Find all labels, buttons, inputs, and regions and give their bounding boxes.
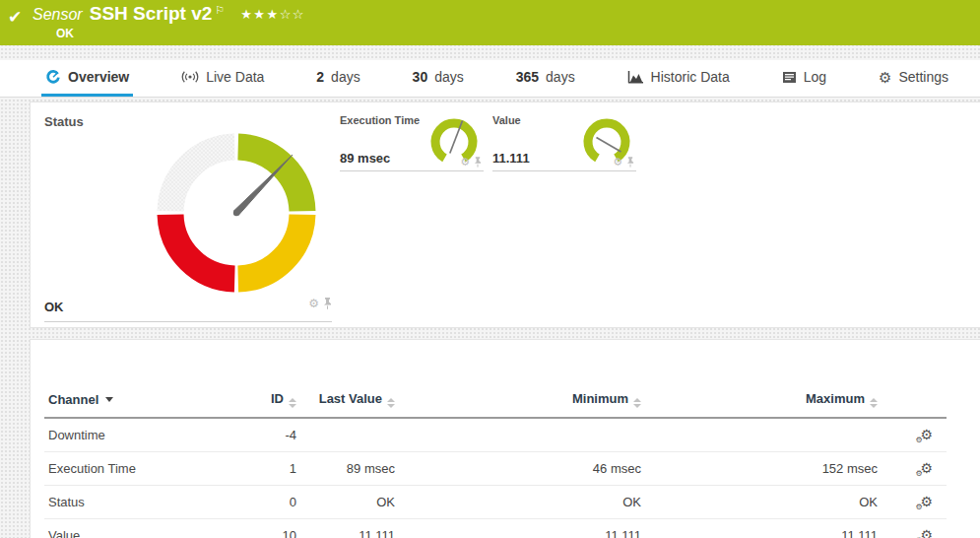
tab-2-days[interactable]: 2days [312, 60, 363, 97]
channel-name: Value [44, 519, 241, 538]
gauge-icon [45, 69, 61, 85]
sort-toggle-icon[interactable] [387, 398, 395, 408]
chart-icon [627, 70, 644, 84]
sort-toggle-icon[interactable] [633, 398, 641, 408]
tab-365-days[interactable]: 365days [512, 60, 579, 97]
channel-settings-cell: ⚙⚙ [882, 452, 947, 486]
column-label: Channel [48, 392, 98, 407]
gauge-settings-gear-icon[interactable]: ⚙ [308, 298, 319, 309]
status-check-icon: ✔ [8, 7, 30, 28]
column-label: Minimum [572, 391, 628, 406]
channel-settings-cell: ⚙⚙ [882, 486, 947, 519]
column-header-maximum[interactable]: Maximum [645, 381, 882, 418]
overview-gauges-panel: Status OK ⚙ Execution Time 89 msec [30, 101, 980, 328]
tab-live-data[interactable]: Live Data [177, 60, 268, 97]
gauge-pin-icon[interactable] [323, 298, 332, 309]
channel-table-header-row: ChannelIDLast ValueMinimumMaximum [44, 381, 947, 418]
gauge-segment-down [170, 215, 234, 279]
channel-table: ChannelIDLast ValueMinimumMaximum Downti… [44, 381, 947, 538]
tab-label: Log [804, 69, 826, 85]
tab-number: 30 [413, 69, 428, 85]
status-gauge [142, 118, 331, 307]
channel-row-execution-time[interactable]: Execution Time189 msec46 msec152 msec⚙⚙ [44, 452, 947, 486]
channel-name: Status [44, 486, 241, 519]
column-header-last-value[interactable]: Last Value [300, 381, 399, 418]
column-label: Maximum [806, 391, 865, 406]
priority-flag-icon[interactable]: ⚐ [215, 4, 225, 17]
channel-row-value[interactable]: Value1011.11111.11111.111⚙⚙ [44, 519, 947, 538]
priority-stars[interactable]: ★★★☆☆ [240, 7, 305, 22]
object-type-label: Sensor [33, 6, 83, 24]
channel-settings-gears-icon[interactable]: ⚙⚙ [920, 428, 933, 442]
channel-row-downtime[interactable]: Downtime-4⚙⚙ [44, 418, 947, 452]
channel-minimum [399, 418, 645, 452]
status-gauge-footer: OK ⚙ [44, 298, 332, 322]
channel-settings-gears-icon[interactable]: ⚙⚙ [920, 495, 933, 509]
tab-log[interactable]: Log [778, 60, 830, 97]
column-label: ID [271, 391, 284, 406]
tab-overview[interactable]: Overview [41, 60, 133, 97]
execution-time-value: 89 msec [340, 151, 390, 166]
column-header-minimum[interactable]: Minimum [399, 381, 645, 418]
channel-last-value: 11.111 [300, 519, 399, 538]
sort-toggle-icon[interactable] [870, 398, 878, 408]
gauge-settings-gear-icon[interactable]: ⚙ [613, 157, 622, 168]
channel-table-panel: ChannelIDLast ValueMinimumMaximum Downti… [30, 339, 980, 538]
tab-label: Live Data [206, 69, 264, 85]
tab-label: Overview [68, 69, 129, 85]
channel-settings-gears-icon[interactable]: ⚙⚙ [920, 528, 933, 538]
live-icon [181, 70, 199, 84]
value-gauge-block: Value 11.111 ⚙ [492, 114, 636, 171]
tab-number: 2 [316, 69, 324, 85]
stars-empty[interactable]: ☆☆ [280, 7, 305, 22]
channel-minimum: OK [399, 486, 645, 519]
tab-bar: OverviewLive Data2days30days365daysHisto… [0, 60, 980, 98]
tab-historic-data[interactable]: Historic Data [623, 60, 734, 97]
sensor-status-label: OK [56, 27, 305, 40]
status-gauge-value: OK [44, 300, 64, 314]
gauge-settings-gear-icon[interactable]: ⚙ [460, 157, 470, 168]
tab-30-days[interactable]: 30days [409, 60, 468, 97]
tab-label: Historic Data [651, 69, 730, 85]
column-header-channel[interactable]: Channel [44, 381, 241, 418]
channel-settings-gears-icon[interactable]: ⚙⚙ [920, 461, 933, 476]
channel-minimum: 46 msec [399, 452, 645, 486]
settings-gear-icon: ⚙ [879, 70, 891, 85]
sort-caret-down-icon[interactable] [105, 397, 113, 402]
log-icon [782, 71, 797, 84]
sensor-header: ✔ Sensor SSH Script v2 ⚐ ★★★☆☆ OK [0, 0, 980, 45]
channel-last-value: 89 msec [300, 452, 399, 486]
channel-last-value [300, 418, 399, 452]
column-header-row-settings [882, 381, 947, 418]
status-gauge-title: Status [44, 114, 84, 129]
channel-name: Execution Time [44, 452, 241, 486]
tab-label: days [434, 69, 464, 85]
execution-time-gauge-block: Execution Time 89 msec ⚙ [340, 114, 484, 171]
gauge-pin-icon[interactable] [474, 157, 482, 168]
tab-label: days [331, 69, 360, 85]
channel-last-value: OK [300, 486, 399, 519]
gauge-pin-icon[interactable] [626, 157, 634, 168]
channel-id: -4 [241, 418, 300, 452]
channel-row-status[interactable]: Status0OKOKOK⚙⚙ [44, 486, 947, 519]
column-label: Last Value [319, 391, 382, 406]
column-header-id[interactable]: ID [241, 381, 300, 418]
tab-label: Settings [898, 69, 948, 85]
sensor-title: SSH Script v2 [90, 3, 213, 25]
sort-toggle-icon[interactable] [289, 398, 296, 408]
channel-name: Downtime [44, 418, 241, 452]
channel-id: 1 [241, 452, 300, 486]
channel-maximum [645, 418, 882, 452]
tab-number: 365 [516, 69, 539, 85]
channel-id: 0 [241, 486, 300, 519]
channel-minimum: 11.111 [399, 519, 645, 538]
value-value: 11.111 [492, 151, 530, 166]
stars-filled[interactable]: ★★★ [240, 7, 279, 22]
channel-maximum: 152 msec [645, 452, 882, 486]
channel-settings-cell: ⚙⚙ [882, 418, 947, 452]
tab-settings[interactable]: ⚙Settings [875, 60, 952, 97]
gauge-segment-unknown [170, 147, 234, 211]
tab-label: days [546, 69, 575, 85]
channel-maximum: 11.111 [645, 519, 882, 538]
channel-maximum: OK [645, 486, 882, 519]
